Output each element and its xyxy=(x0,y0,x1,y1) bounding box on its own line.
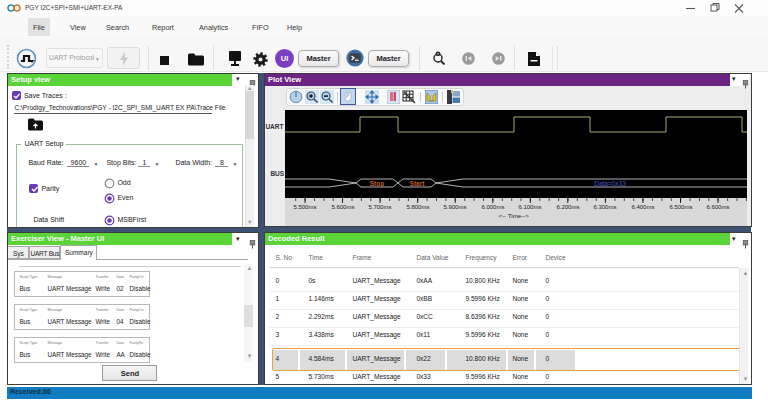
svg-text:Data=0x33: Data=0x33 xyxy=(595,180,627,187)
svg-text:Start: Start xyxy=(410,180,426,187)
svg-text:Stop: Stop xyxy=(370,180,384,188)
